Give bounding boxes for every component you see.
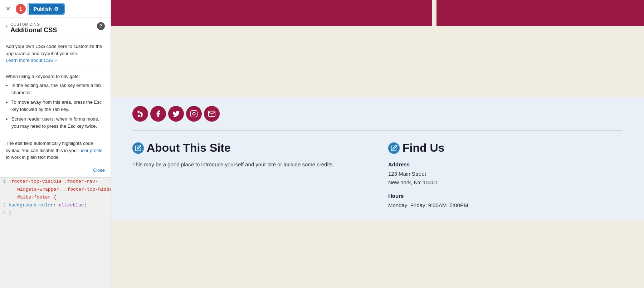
about-pencil-icon — [132, 142, 144, 154]
banner-right — [436, 0, 644, 26]
find-us-body: Address 123 Main Street New York, NY 100… — [388, 160, 623, 210]
customizing-label: Customizing — [10, 22, 94, 26]
banner-left — [111, 0, 432, 26]
description-text: Add your own CSS code here to customize … — [6, 44, 102, 56]
line-number-3: 3 — [0, 209, 9, 217]
css-code-editor[interactable]: 1 .footer-top-visible .footer-nav-widget… — [0, 177, 111, 288]
keyboard-nav-title: When using a keyboard to navigate: — [6, 73, 105, 80]
description-area: Add your own CSS code here to customize … — [0, 38, 111, 69]
svg-rect-0 — [191, 111, 197, 117]
svg-point-2 — [195, 112, 196, 112]
close-link[interactable]: Close — [93, 167, 105, 173]
keyboard-nav-item: In the editing area, the Tab key enters … — [11, 82, 105, 96]
about-column: About This Site This may be a good place… — [132, 141, 367, 210]
section-header: ‹ Customizing Additional CSS ? — [0, 18, 111, 38]
publish-button[interactable]: Publish ⚙ — [29, 4, 64, 14]
email-icon[interactable] — [204, 106, 220, 122]
hours-label: Hours — [388, 192, 623, 200]
top-bar: ✕ 1 Publish ⚙ — [0, 0, 111, 18]
close-customizer-button[interactable]: ✕ — [3, 4, 13, 14]
section-title: Additional CSS — [10, 26, 94, 34]
customizer-panel: ✕ 1 Publish ⚙ ‹ Customizing Additional C… — [0, 0, 111, 288]
code-content-2: background-color: aliceblue; — [9, 201, 111, 209]
footer-columns: About This Site This may be a good place… — [111, 131, 644, 220]
about-body: This may be a good place to introduce yo… — [132, 160, 367, 169]
about-heading: About This Site — [132, 141, 367, 155]
pending-changes-badge: 1 — [16, 4, 26, 14]
footer-section: About This Site This may be a good place… — [111, 97, 644, 220]
help-button[interactable]: ? — [97, 22, 105, 30]
code-content-1: .footer-top-visible .footer-nav-widgets-… — [9, 178, 111, 201]
address-label: Address — [388, 160, 623, 169]
edit-field-text2: to work in plain text mode. — [6, 155, 60, 160]
line-number-2: 2 — [0, 201, 9, 209]
edit-field-note: The edit field automatically highlights … — [0, 136, 111, 165]
social-icons-row — [111, 97, 644, 130]
facebook-icon[interactable] — [150, 106, 166, 122]
find-us-pencil-icon — [388, 142, 400, 154]
keyboard-nav-section: When using a keyboard to navigate: In th… — [0, 69, 111, 137]
code-line-2[interactable]: 2 background-color: aliceblue; — [0, 201, 111, 209]
line-number-1: 1 — [0, 178, 9, 186]
code-line-4[interactable] — [0, 217, 111, 225]
yelp-icon[interactable] — [132, 106, 148, 122]
learn-more-link[interactable]: Learn more about CSS — [6, 58, 57, 63]
address-line2: New York, NY 10001 — [388, 178, 623, 187]
code-line-1[interactable]: 1 .footer-top-visible .footer-nav-widget… — [0, 178, 111, 201]
address-line1: 123 Main Street — [388, 170, 623, 178]
user-profile-link[interactable]: user profile — [79, 148, 102, 153]
banner-area — [111, 0, 644, 26]
twitter-icon[interactable] — [168, 106, 184, 122]
close-link-row: Close — [0, 165, 111, 177]
back-button[interactable]: ‹ — [6, 23, 8, 29]
find-us-column: Find Us Address 123 Main Street New York… — [388, 141, 623, 210]
keyboard-nav-item: To move away from this area, press the E… — [11, 99, 105, 113]
gear-icon: ⚙ — [54, 6, 59, 12]
code-content-3: } — [9, 209, 111, 217]
svg-point-1 — [192, 112, 195, 115]
keyboard-nav-item: Screen reader users: when in forms mode,… — [11, 116, 105, 130]
preview-panel: About This Site This may be a good place… — [111, 0, 644, 288]
find-us-heading: Find Us — [388, 141, 623, 155]
keyboard-nav-list: In the editing area, the Tab key enters … — [11, 82, 105, 130]
beige-content-area — [111, 26, 644, 97]
instagram-icon[interactable] — [186, 106, 202, 122]
code-line-3[interactable]: 3 } — [0, 209, 111, 217]
hours-value: Monday–Friday: 9:00AM–5:00PM — [388, 201, 623, 210]
